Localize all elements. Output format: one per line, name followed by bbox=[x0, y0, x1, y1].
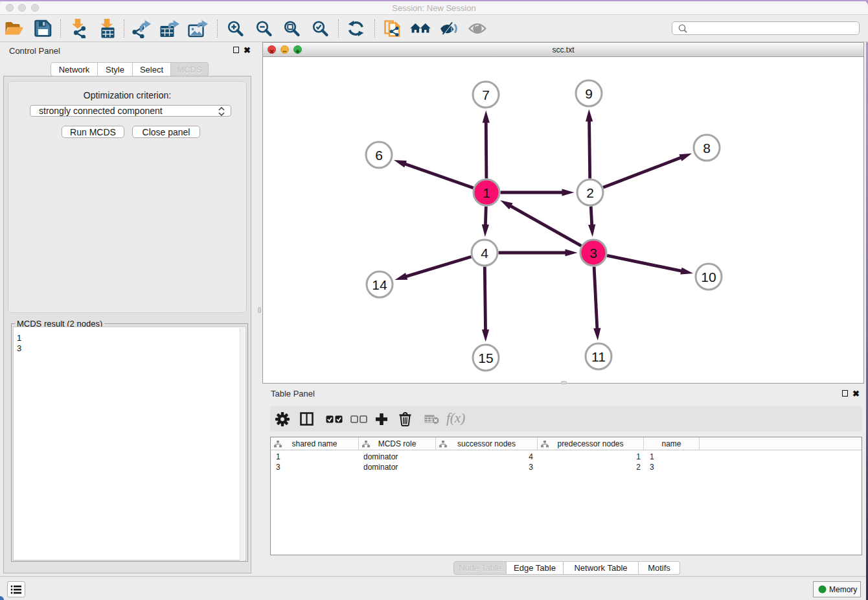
svg-text:14: 14 bbox=[372, 277, 387, 292]
svg-text:11: 11 bbox=[591, 349, 606, 364]
svg-text:3: 3 bbox=[589, 246, 597, 260]
svg-text:9: 9 bbox=[585, 86, 593, 101]
svg-text:7: 7 bbox=[482, 87, 490, 102]
svg-text:8: 8 bbox=[703, 141, 711, 156]
svg-text:15: 15 bbox=[478, 351, 493, 365]
svg-text:4: 4 bbox=[481, 246, 488, 260]
svg-text:6: 6 bbox=[375, 148, 383, 163]
svg-text:2: 2 bbox=[586, 185, 594, 200]
svg-text:10: 10 bbox=[701, 270, 716, 284]
svg-text:1: 1 bbox=[483, 185, 490, 200]
